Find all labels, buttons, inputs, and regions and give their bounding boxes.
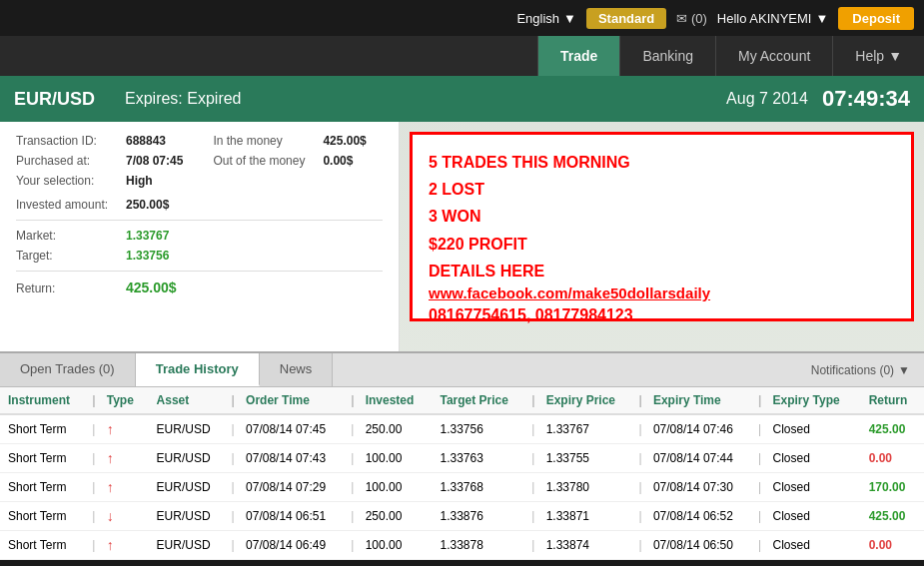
top-bar: English ▼ Standard ✉ (0) Hello AKINYEMI … <box>0 0 924 36</box>
col-type: Type <box>99 387 149 414</box>
col-invested: Invested <box>358 387 433 414</box>
nav-bar: Trade Banking My Account Help ▼ <box>0 36 924 76</box>
tab-open-trades[interactable]: Open Trades (0) <box>0 353 136 386</box>
nav-tab-trade[interactable]: Trade <box>537 36 619 76</box>
language-label: English <box>516 11 559 26</box>
user-dropdown-icon: ▼ <box>815 11 828 26</box>
type-arrow: ↑ <box>107 450 114 466</box>
cell-asset: EUR/USD <box>149 531 230 560</box>
ad-line1: 5 TRADES THIS MORNING <box>429 149 895 176</box>
cell-div4: | <box>529 444 538 473</box>
messages-icon[interactable]: ✉ (0) <box>676 11 707 26</box>
cell-type: ↑ <box>99 414 149 444</box>
cell-expiry-price: 1.33871 <box>538 502 637 531</box>
table-body: Short Term | ↑ EUR/USD | 07/08/14 07:45 … <box>0 414 924 560</box>
cell-expiry-price: 1.33755 <box>538 444 637 473</box>
out-money-value: 0.00$ <box>323 154 353 168</box>
tab-trade-history[interactable]: Trade History <box>136 353 260 386</box>
notifications-label: Notifications (0) <box>811 363 894 377</box>
market-label: Market: <box>16 229 126 243</box>
ad-phone: 08167754615, 08177984123 <box>429 301 895 328</box>
cell-div3: | <box>349 531 358 560</box>
main-content: Transaction ID: 688843 Purchased at: 7/0… <box>0 122 924 351</box>
cell-div2: | <box>230 473 239 502</box>
cell-expiry-time: 07/08/14 07:30 <box>645 473 756 502</box>
table-row: Short Term | ↑ EUR/USD | 07/08/14 07:29 … <box>0 473 924 502</box>
deposit-button[interactable]: Deposit <box>838 7 914 30</box>
cell-div3: | <box>349 414 358 444</box>
cell-instrument: Short Term <box>0 414 90 444</box>
cell-invested: 250.00 <box>358 414 433 444</box>
trade-history-table: Instrument | Type Asset | Order Time | I… <box>0 387 924 560</box>
language-selector[interactable]: English ▼ <box>516 11 576 26</box>
target-label: Target: <box>16 249 126 263</box>
cell-invested: 100.00 <box>358 531 433 560</box>
cell-type: ↑ <box>99 531 149 560</box>
type-arrow: ↑ <box>107 421 114 437</box>
cell-expiry-type: Closed <box>765 444 861 473</box>
cell-div6: | <box>756 444 765 473</box>
col-expiry-type: Expiry Type <box>765 387 861 414</box>
nav-tab-myaccount[interactable]: My Account <box>715 36 832 76</box>
nav-tab-help[interactable]: Help ▼ <box>832 36 924 76</box>
col-expiry-price: Expiry Price <box>538 387 637 414</box>
cell-expiry-type: Closed <box>765 502 861 531</box>
cell-div6: | <box>756 531 765 560</box>
cell-div1: | <box>90 414 99 444</box>
col-divider6: | <box>756 387 765 414</box>
cell-target-price: 1.33756 <box>432 414 529 444</box>
header-time: 07:49:34 <box>822 86 910 112</box>
col-return: Return <box>861 387 924 414</box>
cell-div6: | <box>756 473 765 502</box>
right-panel: 5 TRADES THIS MORNING 2 LOST 3 WON $220 … <box>400 122 924 351</box>
ad-line2: 2 LOST <box>429 176 895 203</box>
return-label: Return: <box>16 282 126 295</box>
hello-text: Hello AKINYEMI <box>717 11 812 26</box>
cell-div5: | <box>636 414 645 444</box>
cell-expiry-time: 07/08/14 06:50 <box>645 531 756 560</box>
cell-return: 0.00 <box>861 531 924 560</box>
nav-tab-banking[interactable]: Banking <box>619 36 715 76</box>
user-greeting[interactable]: Hello AKINYEMI ▼ <box>717 11 829 26</box>
cell-div3: | <box>349 444 358 473</box>
cell-instrument: Short Term <box>0 444 90 473</box>
invested-label: Invested amount: <box>16 198 126 212</box>
out-money-label: Out of the money <box>213 154 323 168</box>
cell-div2: | <box>230 502 239 531</box>
cell-return: 170.00 <box>861 473 924 502</box>
col-divider4: | <box>529 387 538 414</box>
cell-return: 425.00 <box>861 502 924 531</box>
col-asset: Asset <box>149 387 230 414</box>
cell-div4: | <box>529 531 538 560</box>
tabs-header: Open Trades (0) Trade History News Notif… <box>0 353 924 387</box>
table-row: Short Term | ↓ EUR/USD | 07/08/14 06:51 … <box>0 502 924 531</box>
ad-line4: $220 PROFIT <box>429 231 895 258</box>
market-value: 1.33767 <box>126 229 169 243</box>
col-divider2: | <box>230 387 239 414</box>
cell-target-price: 1.33768 <box>432 473 529 502</box>
notifications-button[interactable]: Notifications (0) ▼ <box>797 357 924 383</box>
ad-overlay: 5 TRADES THIS MORNING 2 LOST 3 WON $220 … <box>410 132 914 321</box>
cell-target-price: 1.33876 <box>432 502 529 531</box>
cell-div5: | <box>636 444 645 473</box>
ad-link[interactable]: www.facebook.com/make50dollarsdaily <box>429 284 895 301</box>
cell-div1: | <box>90 502 99 531</box>
cell-order-time: 07/08/14 07:45 <box>238 414 349 444</box>
type-arrow: ↑ <box>107 479 114 495</box>
cell-div3: | <box>349 473 358 502</box>
cell-expiry-time: 07/08/14 07:44 <box>645 444 756 473</box>
col-divider5: | <box>636 387 645 414</box>
cell-type: ↑ <box>99 473 149 502</box>
table-header-row: Instrument | Type Asset | Order Time | I… <box>0 387 924 414</box>
cell-expiry-type: Closed <box>765 473 861 502</box>
header-date: Aug 7 2014 <box>726 90 808 108</box>
cell-target-price: 1.33878 <box>432 531 529 560</box>
left-panel: Transaction ID: 688843 Purchased at: 7/0… <box>0 122 400 351</box>
cell-expiry-time: 07/08/14 07:46 <box>645 414 756 444</box>
cell-type: ↑ <box>99 444 149 473</box>
help-dropdown-icon: ▼ <box>888 48 902 64</box>
tab-news[interactable]: News <box>260 353 334 386</box>
cell-div6: | <box>756 502 765 531</box>
cell-invested: 250.00 <box>358 502 433 531</box>
transaction-value: 688843 <box>126 134 166 148</box>
